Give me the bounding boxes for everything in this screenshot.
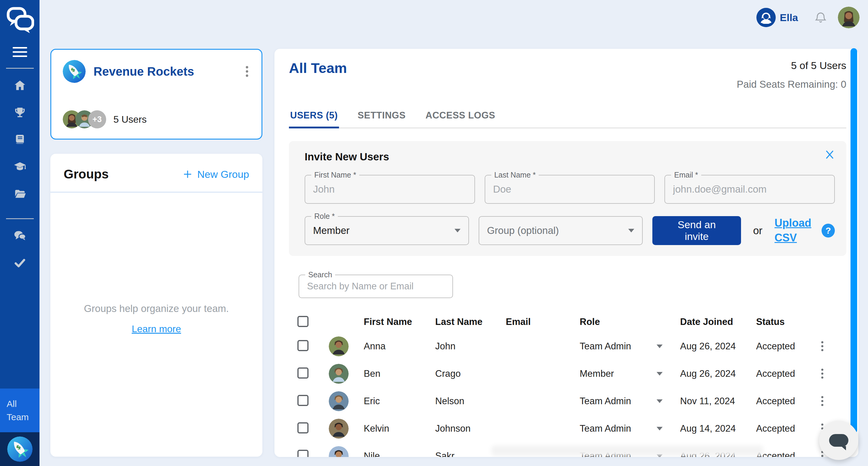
team-name: Revenue Rockets — [93, 65, 236, 78]
select-all-checkbox[interactable] — [298, 316, 309, 327]
chevron-down-icon — [455, 229, 461, 232]
users-count: 5 of 5 Users — [737, 60, 846, 71]
team-card[interactable]: $ Revenue Rockets +3 5 Users — [50, 49, 262, 139]
sidebar-nav-secondary — [0, 222, 39, 276]
sidebar-item-graduation-cap[interactable] — [0, 153, 39, 180]
cell-first-name: Nile — [364, 451, 435, 457]
row-checkbox[interactable] — [298, 450, 309, 457]
email-label: Email * — [671, 171, 701, 179]
cell-role: Team Admin — [580, 341, 631, 352]
table-row: Eric Nelson Team Admin Nov 11, 2024 Acce… — [298, 387, 846, 415]
left-column: $ Revenue Rockets +3 5 Users — [50, 49, 262, 457]
team-card-menu-kebab-icon[interactable] — [244, 64, 250, 79]
vertical-scrollbar[interactable] — [850, 48, 857, 433]
sidebar-item-all-team[interactable]: All Team — [0, 389, 39, 432]
email-field[interactable]: Email * — [664, 175, 835, 204]
cell-status: Accepted — [756, 451, 819, 457]
groups-title: Groups — [64, 167, 108, 181]
email-input[interactable] — [665, 175, 834, 203]
invite-new-users-panel: Invite New Users First Name * Last Name … — [289, 141, 846, 256]
chat-launcher-button[interactable] — [819, 421, 858, 460]
first-name-label: First Name * — [311, 171, 359, 179]
tab-users[interactable]: USERS (5) — [289, 110, 339, 128]
home-icon — [13, 79, 26, 92]
upload-csv-link[interactable]: Upload CSV — [775, 216, 812, 245]
role-dropdown[interactable]: Member — [580, 368, 680, 379]
member-avatar-stack: +3 — [63, 110, 106, 128]
graduation-cap-icon — [13, 160, 26, 173]
row-menu-kebab-icon[interactable] — [819, 339, 825, 353]
cell-first-name: Kelvin — [364, 423, 435, 434]
row-menu-kebab-icon[interactable] — [819, 367, 825, 380]
cell-date-joined: Aug 26, 2024 — [680, 341, 756, 352]
last-name-field[interactable]: Last Name * — [485, 175, 655, 204]
all-team-panel: All Team 5 of 5 Users Paid Seats Remaini… — [275, 49, 858, 457]
tab-bar: USERS (5) SETTINGS ACCESS LOGS — [289, 110, 846, 128]
sidebar-nav-primary — [0, 72, 39, 207]
first-name-field[interactable]: First Name * — [305, 175, 475, 204]
first-name-input[interactable] — [305, 175, 474, 203]
chevron-down-icon — [657, 372, 662, 375]
cell-status: Accepted — [756, 396, 819, 407]
sidebar-item-folder-open[interactable] — [0, 180, 39, 207]
role-select[interactable]: Role * Member — [305, 216, 469, 245]
send-invite-button[interactable]: Send an invite — [652, 216, 741, 245]
cell-date-joined: Aug 26, 2024 — [680, 368, 756, 379]
role-dropdown[interactable]: Team Admin — [580, 341, 680, 352]
close-icon[interactable] — [824, 149, 835, 160]
help-icon[interactable]: ? — [822, 224, 835, 237]
role-dropdown[interactable]: Team Admin — [580, 396, 680, 407]
sidebar-team-switcher[interactable]: $ — [0, 432, 39, 466]
table-header-row: First Name Last Name Email Role Date Joi… — [298, 311, 846, 332]
cell-status: Accepted — [756, 341, 819, 352]
role-selected-value: Member — [313, 225, 349, 236]
chevron-down-icon — [657, 399, 662, 403]
search-field[interactable]: Search — [299, 275, 453, 298]
last-name-input[interactable] — [485, 175, 654, 203]
sidebar-item-chat[interactable] — [0, 222, 39, 249]
row-menu-kebab-icon[interactable] — [819, 394, 825, 408]
col-date-joined: Date Joined — [680, 317, 756, 327]
role-label: Role * — [311, 212, 338, 221]
col-first-name: First Name — [364, 317, 435, 327]
cell-role: Team Admin — [580, 396, 631, 407]
table-body: Anna John Team Admin Aug 26, 2024 Accept… — [298, 332, 846, 457]
plus-icon — [182, 169, 193, 180]
team-members-count: 5 Users — [114, 114, 147, 125]
cell-role: Member — [580, 368, 614, 379]
cell-last-name: Crago — [435, 368, 506, 379]
chat-icon — [13, 229, 26, 242]
cell-first-name: Ben — [364, 368, 435, 379]
blurred-region — [492, 445, 763, 456]
sidebar-item-trophy[interactable] — [0, 99, 39, 126]
book-icon — [13, 133, 26, 146]
cell-last-name: Johnson — [435, 423, 506, 434]
notifications-bell-icon[interactable] — [814, 10, 828, 25]
new-group-button[interactable]: New Group — [182, 168, 249, 180]
folder-open-icon — [13, 188, 26, 200]
menu-icon[interactable] — [13, 47, 27, 57]
sidebar-item-book[interactable] — [0, 126, 39, 153]
user-photo-avatar — [329, 364, 349, 384]
row-checkbox[interactable] — [298, 422, 309, 433]
sidebar-item-check[interactable] — [0, 249, 39, 276]
profile-photo-avatar[interactable] — [838, 7, 860, 28]
trophy-icon — [13, 106, 26, 119]
tab-access-logs[interactable]: ACCESS LOGS — [424, 110, 496, 128]
cell-first-name: Anna — [364, 341, 435, 352]
page-title: All Team — [289, 60, 347, 76]
account-chip[interactable]: Ella — [756, 8, 798, 27]
col-role: Role — [580, 317, 680, 327]
cell-last-name: Nelson — [435, 396, 506, 407]
sidebar-item-home[interactable] — [0, 72, 39, 99]
row-checkbox[interactable] — [298, 367, 309, 378]
learn-more-link[interactable]: Learn more — [132, 324, 181, 335]
topbar: Ella — [756, 7, 860, 28]
row-checkbox[interactable] — [298, 395, 309, 406]
group-select[interactable]: Group (optional) — [478, 216, 643, 245]
or-label: or — [753, 225, 763, 237]
role-dropdown[interactable]: Team Admin — [580, 423, 680, 434]
tab-settings[interactable]: SETTINGS — [356, 110, 407, 128]
sidebar-divider — [6, 218, 34, 219]
row-checkbox[interactable] — [298, 340, 309, 351]
